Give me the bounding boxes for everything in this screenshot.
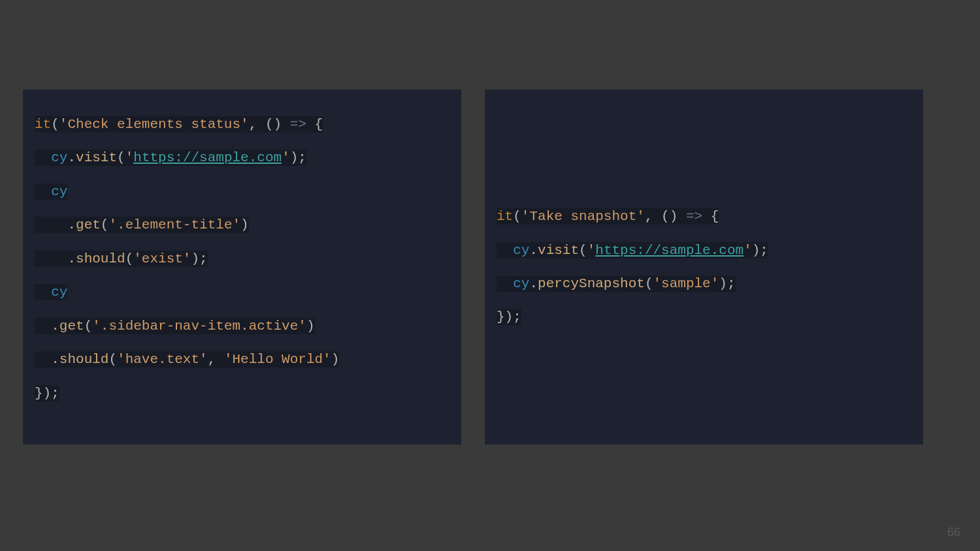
code-line: cy.visit('https://sample.com');: [35, 141, 449, 174]
code-line: cy.percySnapshot('sample');: [497, 267, 911, 300]
code-line: .should('exist');: [35, 242, 449, 276]
code-line: it('Take snapshot', () => {: [497, 200, 911, 233]
page-number: 66: [947, 526, 960, 539]
code-line: .get('.sidebar-nav-item.active'): [35, 309, 449, 343]
code-line: });: [35, 377, 449, 410]
code-line: });: [497, 300, 911, 334]
code-line: cy: [35, 276, 449, 309]
code-line: .should('have.text', 'Hello World'): [35, 343, 449, 376]
code-panel-right: it('Take snapshot', () => { cy.visit('ht…: [485, 89, 923, 445]
code-line: it('Check elements status', () => {: [35, 108, 449, 141]
code-line: cy.visit('https://sample.com');: [497, 234, 911, 267]
code-line: cy: [35, 175, 449, 208]
slide-content: it('Check elements status', () => { cy.v…: [23, 89, 923, 445]
code-line: .get('.element-title'): [35, 208, 449, 242]
code-panel-left: it('Check elements status', () => { cy.v…: [23, 89, 461, 445]
